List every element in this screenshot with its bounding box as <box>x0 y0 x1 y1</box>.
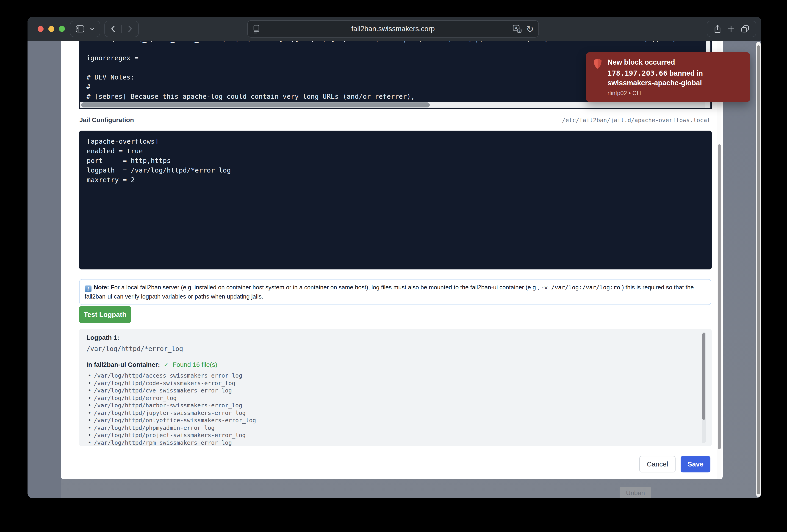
file-list-item: /var/log/httpd/code-swissmakers-error_lo… <box>86 380 704 387</box>
reload-icon[interactable]: ↻ <box>526 24 534 34</box>
container-label: In fail2ban-ui Container: <box>86 361 160 369</box>
jail-file-path: /etc/fail2ban/jail.d/apache-overflows.lo… <box>562 117 710 124</box>
minimize-window-button[interactable] <box>48 26 54 32</box>
filter-editor-scroll-corner <box>705 102 710 108</box>
file-list-item: /var/log/httpd/rpm-swissmakers-error_log <box>86 439 704 446</box>
background-unban-button: Unban <box>620 487 651 498</box>
logpath-results-panel: Logpath 1: /var/log/httpd/*error_log In … <box>79 329 712 446</box>
file-list-item: /var/log/httpd/onlyoffice-swissmakers-er… <box>86 417 704 424</box>
logpath-value: /var/log/httpd/*error_log <box>86 345 704 353</box>
results-scroll-thumb[interactable] <box>702 333 705 420</box>
file-list: /var/log/httpd/access-swissmakers-error_… <box>86 372 704 446</box>
note-label: Note: <box>94 284 109 291</box>
file-list-item: /var/log/httpd/access-swissmakers-error_… <box>86 372 704 380</box>
toast-title: New block occurred <box>608 58 743 66</box>
filter-code-line <box>86 44 711 53</box>
nav-divider <box>121 25 122 33</box>
note-text-before: For a local fail2ban server (e.g. instal… <box>109 284 541 291</box>
filter-code-line: failregex = %(_apache_error_client)s (?:… <box>86 41 711 44</box>
jail-code-line: enabled = true <box>87 146 231 156</box>
jail-code-line: port = http,https <box>87 156 231 165</box>
modal-scroll-thumb[interactable] <box>718 145 721 449</box>
zoom-window-button[interactable] <box>59 26 65 32</box>
file-list-item: /var/log/httpd/cve-swissmakers-error_log <box>86 387 704 395</box>
svg-text:x: x <box>519 29 520 32</box>
address-bar[interactable]: fail2ban.swissmakers.corp A x ↻ <box>247 20 539 38</box>
toast-message: 178.197.203.66 banned in swissmakers-apa… <box>608 68 743 88</box>
jail-configuration-title: Jail Configuration <box>79 116 134 124</box>
toast-meta: rlinfp02 • CH <box>608 90 743 97</box>
check-icon: ✓ <box>164 361 169 369</box>
nav-button-group <box>104 21 139 37</box>
jail-code-line: maxretry = 2 <box>87 175 231 185</box>
jail-code-line: [apache-overflows] <box>87 136 231 146</box>
filter-editor-hscrollbar[interactable] <box>80 102 705 108</box>
file-list-item: /var/log/httpd/error_log <box>86 395 704 402</box>
shield-icon <box>593 58 602 102</box>
logpath-label: Logpath 1: <box>86 334 704 341</box>
modal-scrollbar[interactable] <box>717 41 721 479</box>
jail-edit-modal: failregex = %(_apache_error_client)s (?:… <box>61 41 723 479</box>
jail-code-line: logpath = /var/log/httpd/*error_log <box>87 165 231 175</box>
test-logpath-button[interactable]: Test Logpath <box>79 306 131 323</box>
toolbar-right-group <box>707 21 756 37</box>
results-scrollbar[interactable] <box>702 332 706 443</box>
back-button[interactable] <box>111 25 115 32</box>
chevron-down-icon <box>90 27 94 30</box>
cancel-button[interactable]: Cancel <box>639 456 676 472</box>
toast-banned-ip: 178.197.203.66 <box>608 69 667 77</box>
tabs-overview-icon[interactable] <box>741 25 749 32</box>
sidebar-toggle-button[interactable] <box>70 21 100 37</box>
file-list-item: /var/log/httpd/phpmyadmin-error_log <box>86 424 704 432</box>
note-box: iNote: For a local fail2ban server (e.g.… <box>79 279 711 305</box>
forward-button[interactable] <box>128 25 132 32</box>
info-icon: i <box>85 286 91 292</box>
share-icon[interactable] <box>714 25 721 33</box>
sidebar-icon <box>76 25 84 32</box>
url-text: fail2ban.swissmakers.corp <box>248 21 538 37</box>
note-code-snippet: -v /var/log:/var/log:ro <box>541 284 620 291</box>
close-window-button[interactable] <box>38 26 44 32</box>
filter-editor-hscroll-thumb[interactable] <box>81 103 430 108</box>
file-list-item: /var/log/httpd/jupyter-swissmakers-error… <box>86 409 704 417</box>
dimmed-sidebar <box>27 41 61 498</box>
page-scrollbar[interactable] <box>756 42 761 497</box>
jail-code: [apache-overflows]enabled = trueport = h… <box>87 136 231 185</box>
jail-config-editor[interactable]: [apache-overflows]enabled = trueport = h… <box>79 131 712 269</box>
file-list-item: /var/log/httpd/project-swissmakers-error… <box>86 431 704 439</box>
found-files-status: Found 16 file(s) <box>173 361 217 369</box>
browser-window: fail2ban.swissmakers.corp A x ↻ <box>27 17 761 498</box>
new-tab-plus-icon[interactable] <box>728 26 734 32</box>
ban-notification-toast[interactable]: New block occurred 178.197.203.66 banned… <box>586 52 750 102</box>
browser-toolbar: fail2ban.swissmakers.corp A x ↻ <box>27 17 761 41</box>
translate-icon[interactable]: A x <box>512 24 522 34</box>
save-button[interactable]: Save <box>681 456 710 472</box>
file-list-item: /var/log/httpd/harbor-swissmakers-error_… <box>86 402 704 409</box>
page-scroll-thumb[interactable] <box>757 45 760 494</box>
